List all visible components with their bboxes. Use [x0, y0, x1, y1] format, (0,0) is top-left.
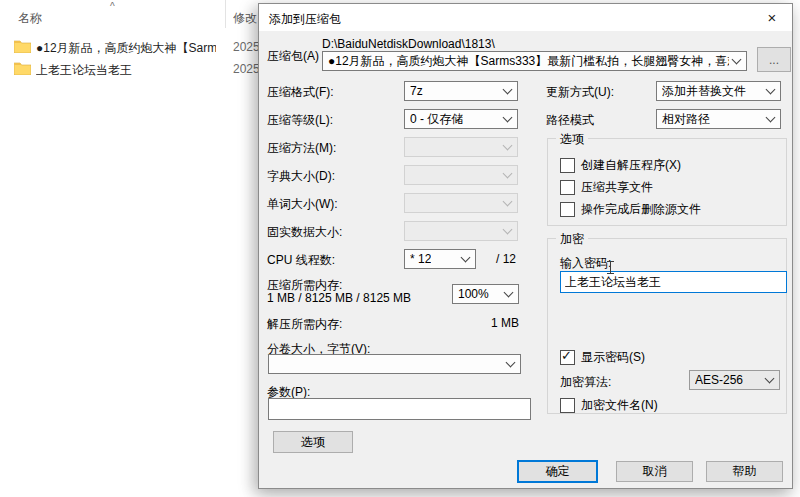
ok-button[interactable]: 确定 — [518, 461, 597, 482]
options-button[interactable]: 选项 — [273, 431, 353, 453]
folder-icon — [14, 39, 31, 56]
column-header-modified[interactable]: 修改 — [233, 10, 258, 27]
options-group-title: 选项 — [556, 131, 588, 148]
screen: { "explorer": { "sort_caret": "^", "colu… — [0, 0, 800, 497]
sort-ascending-icon[interactable]: ^ — [110, 1, 115, 12]
update-mode-combobox[interactable]: 添加并替换文件 — [656, 81, 781, 101]
file-row[interactable]: 上老王论坛当老王 2025 — [14, 60, 258, 78]
path-mode-value: 相对路径 — [662, 111, 710, 128]
file-row[interactable]: ●12月新品，高质约炮大神【Sarms33... 2025 — [14, 38, 258, 56]
method-label: 压缩方法(M): — [267, 140, 336, 157]
compress-shared-checkbox[interactable]: 压缩共享文件 — [560, 179, 653, 196]
parameters-input[interactable] — [268, 398, 531, 420]
archive-label: 压缩包(A) — [267, 48, 319, 65]
file-date: 2025 — [233, 62, 259, 76]
memory-percent-value: 100% — [458, 287, 489, 301]
dialog-title: 添加到压缩包 — [269, 11, 341, 28]
algorithm-label: 加密算法: — [560, 374, 611, 391]
cpu-threads-combobox[interactable]: * 12 — [404, 249, 476, 269]
path-mode-label: 路径模式 — [546, 112, 594, 129]
create-sfx-checkbox[interactable]: 创建自解压程序(X) — [560, 157, 681, 174]
chevron-down-icon — [504, 288, 514, 298]
browse-button[interactable]: ... — [757, 47, 791, 72]
solid-block-label: 固实数据大小: — [267, 224, 342, 241]
memory-decompress-label: 解压所需内存: — [267, 316, 342, 333]
chevron-down-icon — [766, 85, 776, 95]
chevron-down-icon — [503, 169, 513, 179]
delete-after-label: 操作完成后删除源文件 — [581, 201, 701, 218]
chevron-down-icon — [766, 113, 776, 123]
chevron-down-icon — [765, 374, 775, 384]
password-input[interactable] — [560, 271, 787, 293]
compress-shared-label: 压缩共享文件 — [581, 179, 653, 196]
encryption-group-title: 加密 — [556, 231, 588, 248]
chevron-down-icon — [503, 197, 513, 207]
path-mode-combobox[interactable]: 相对路径 — [656, 109, 781, 129]
cancel-button[interactable]: 取消 — [616, 461, 693, 482]
file-date: 2025 — [233, 40, 259, 54]
column-divider[interactable] — [225, 0, 226, 28]
level-label: 压缩等级(L): — [267, 112, 333, 129]
column-header-name[interactable]: 名称 — [18, 10, 42, 27]
algorithm-value: AES-256 — [695, 373, 743, 387]
file-name: ●12月新品，高质约炮大神【Sarms33... — [36, 40, 216, 57]
chevron-down-icon — [503, 141, 513, 151]
word-size-label: 单词大小(W): — [267, 196, 338, 213]
archive-name-value: ●12月新品，高质约炮大神【Sarms333】最新门槛私拍，长腿翘臀女神，喜欢隔… — [328, 53, 729, 70]
create-sfx-label: 创建自解压程序(X) — [581, 157, 681, 174]
file-name: 上老王论坛当老王 — [36, 62, 216, 79]
archive-name-combobox[interactable]: ●12月新品，高质约炮大神【Sarms333】最新门槛私拍，长腿翘臀女神，喜欢隔… — [322, 51, 747, 71]
chevron-down-icon — [503, 225, 513, 235]
level-combobox[interactable]: 0 - 仅存储 — [404, 109, 518, 129]
format-label: 压缩格式(F): — [267, 84, 334, 101]
cpu-threads-max: / 12 — [496, 252, 516, 266]
encryption-group: 加密 输入密码: 显示密码(S) 加密算法: AES-256 加密文件名(N) — [547, 238, 787, 414]
chevron-down-icon — [461, 253, 471, 263]
encrypt-filenames-label: 加密文件名(N) — [581, 397, 658, 414]
memory-percent-combobox[interactable]: 100% — [452, 284, 519, 304]
solid-block-combobox — [404, 221, 518, 241]
algorithm-combobox[interactable]: AES-256 — [689, 370, 780, 390]
checkbox-checked-icon[interactable] — [560, 350, 575, 365]
method-combobox — [404, 137, 518, 157]
checkbox-icon[interactable] — [560, 180, 575, 195]
memory-compress-detail: 1 MB / 8125 MB / 8125 MB — [267, 291, 411, 305]
checkbox-icon[interactable] — [560, 202, 575, 217]
dictionary-combobox — [404, 165, 518, 185]
chevron-down-icon — [506, 358, 516, 368]
cpu-threads-label: CPU 线程数: — [267, 252, 335, 269]
format-value: 7z — [410, 84, 423, 98]
word-size-combobox — [404, 193, 518, 213]
show-password-label: 显示密码(S) — [581, 349, 645, 366]
memory-decompress-value: 1 MB — [459, 316, 519, 330]
help-button[interactable]: 帮助 — [706, 461, 783, 482]
checkbox-icon[interactable] — [560, 158, 575, 173]
checkbox-icon[interactable] — [560, 398, 575, 413]
folder-icon — [14, 61, 31, 78]
add-to-archive-dialog: 添加到压缩包 × 压缩包(A) D:\BaiduNetdiskDownload\… — [258, 3, 793, 489]
dialog-titlebar[interactable]: 添加到压缩包 × — [259, 4, 792, 31]
password-label: 输入密码: — [560, 255, 611, 272]
chevron-down-icon — [503, 85, 513, 95]
encrypt-filenames-checkbox[interactable]: 加密文件名(N) — [560, 397, 658, 414]
update-mode-label: 更新方式(U): — [546, 84, 614, 101]
volume-size-combobox[interactable] — [268, 354, 521, 374]
archive-path: D:\BaiduNetdiskDownload\1813\ — [322, 37, 752, 51]
show-password-checkbox[interactable]: 显示密码(S) — [560, 349, 645, 366]
update-mode-value: 添加并替换文件 — [662, 83, 746, 100]
format-combobox[interactable]: 7z — [404, 81, 518, 101]
delete-after-checkbox[interactable]: 操作完成后删除源文件 — [560, 201, 701, 218]
close-icon[interactable]: × — [752, 4, 792, 31]
cpu-threads-value: * 12 — [410, 252, 431, 266]
chevron-down-icon — [732, 55, 742, 65]
options-group: 选项 创建自解压程序(X) 压缩共享文件 操作完成后删除源文件 — [547, 138, 787, 226]
level-value: 0 - 仅存储 — [410, 111, 463, 128]
chevron-down-icon — [503, 113, 513, 123]
dictionary-label: 字典大小(D): — [267, 168, 335, 185]
